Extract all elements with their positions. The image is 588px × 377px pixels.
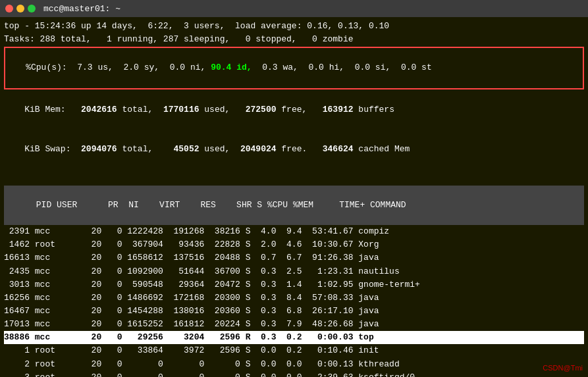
cpu-id: id, bbox=[236, 63, 257, 72]
terminal: top - 15:24:36 up 14 days, 6:22, 3 users… bbox=[0, 17, 588, 377]
top-header-line: top - 15:24:36 up 14 days, 6:22, 3 users… bbox=[4, 20, 584, 33]
cpu-wa-val: 0.3 bbox=[257, 63, 282, 72]
table-row: 1 root 20 0 33864 3972 2596 S 0.0 0.2 0:… bbox=[4, 344, 584, 357]
table-row: 2 root 20 0 0 0 0 S 0.0 0.0 0:00.13 kthr… bbox=[4, 358, 584, 371]
table-row: 16613 mcc 20 0 1658612 137516 20488 S 0.… bbox=[4, 251, 584, 264]
col-pr: PR bbox=[108, 200, 128, 210]
close-button[interactable] bbox=[5, 5, 13, 13]
maximize-button[interactable] bbox=[28, 5, 36, 13]
watermark: CSDN@Tmi bbox=[543, 364, 583, 372]
table-row: 1462 root 20 0 367904 93436 22828 S 2.0 … bbox=[4, 238, 584, 251]
col-ni: NI bbox=[128, 200, 159, 210]
table-row: 3013 mcc 20 0 590548 29364 20472 S 0.3 1… bbox=[4, 278, 584, 291]
col-time: TIME+ bbox=[339, 200, 370, 210]
tasks-line: Tasks: 288 total, 1 running, 287 sleepin… bbox=[4, 33, 584, 46]
cpu-label: %Cpu(s): bbox=[26, 63, 72, 72]
col-command: COMMAND bbox=[370, 200, 406, 210]
cpu-sy: sy, bbox=[144, 63, 165, 72]
col-s: S bbox=[257, 200, 267, 210]
process-table: 2391 mcc 20 0 1222428 191268 38216 S 4.0… bbox=[4, 225, 584, 377]
cpu-ni: ni, bbox=[190, 63, 211, 72]
col-cpu: %CPU bbox=[267, 200, 293, 210]
col-res: RES bbox=[201, 200, 237, 210]
col-mem: %MEM bbox=[293, 200, 339, 210]
cpu-wa: wa, bbox=[282, 63, 303, 72]
table-row: 17013 mcc 20 0 1615252 161812 20224 S 0.… bbox=[4, 318, 584, 331]
title-bar: mcc@master01: ~ bbox=[0, 0, 588, 17]
cpu-si-val: 0.0 bbox=[350, 63, 375, 72]
cpu-line: %Cpu(s): 7.3 us, 2.0 sy, 0.0 ni, 90.4 id… bbox=[4, 47, 584, 89]
cpu-us: us, bbox=[97, 63, 118, 72]
table-row: 16256 mcc 20 0 1486692 172168 20300 S 0.… bbox=[4, 291, 584, 305]
cpu-st-val: 0.0 bbox=[396, 63, 421, 72]
column-header-row: PID USER PR NI VIRT RES SHR S %CPU %MEM … bbox=[4, 186, 584, 225]
window-title: mcc@master01: ~ bbox=[43, 4, 120, 14]
cpu-us-val: 7.3 bbox=[72, 63, 97, 72]
table-row: 2435 mcc 20 0 1092900 51644 36700 S 0.3 … bbox=[4, 265, 584, 278]
cpu-hi: hi, bbox=[329, 63, 350, 72]
col-shr: SHR bbox=[236, 200, 257, 210]
cpu-sy-val: 2.0 bbox=[119, 63, 144, 72]
blank-line bbox=[4, 172, 584, 186]
table-row: 3 root 20 0 0 0 0 S 0.0 0.0 2:39.63 ksof… bbox=[4, 371, 584, 377]
table-row: 16467 mcc 20 0 1454288 138016 20360 S 0.… bbox=[4, 305, 584, 318]
cpu-ni-val: 0.0 bbox=[165, 63, 190, 72]
col-pid: PID bbox=[26, 200, 57, 210]
swap-line: KiB Swap: 2094076 total, 45052 used, 204… bbox=[4, 130, 584, 169]
col-virt: VIRT bbox=[159, 200, 200, 210]
cpu-st: st bbox=[421, 63, 432, 72]
cpu-si: si, bbox=[375, 63, 396, 72]
cpu-id-val: 90.4 bbox=[211, 63, 236, 72]
col-user: USER bbox=[57, 200, 108, 210]
table-row: 38886 mcc 20 0 29256 3204 2596 R 0.3 0.2… bbox=[4, 331, 584, 344]
table-row: 2391 mcc 20 0 1222428 191268 38216 S 4.0… bbox=[4, 225, 584, 238]
mem-line: KiB Mem: 2042616 total, 1770116 used, 27… bbox=[4, 90, 584, 130]
cpu-hi-val: 0.0 bbox=[304, 63, 329, 72]
traffic-lights bbox=[5, 5, 36, 13]
minimize-button[interactable] bbox=[16, 5, 24, 13]
